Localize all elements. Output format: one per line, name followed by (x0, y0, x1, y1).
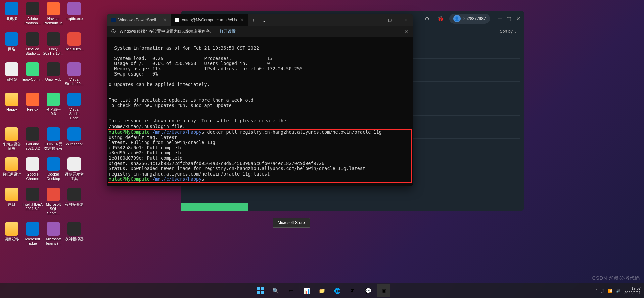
app-icon (26, 93, 39, 106)
app-button[interactable]: 💬 (362, 284, 375, 297)
desktop-icon[interactable]: IntelliJ IDEA 2021.3.1 (22, 188, 43, 215)
desktop-icon[interactable]: Navicat Premium 15 (43, 2, 64, 26)
desktop-icon[interactable]: GoLand 2021.3.2 (22, 127, 43, 151)
network-icon[interactable]: 📶 (608, 289, 613, 293)
app-icon (47, 127, 60, 141)
widgets-button[interactable]: 📊 (300, 284, 313, 297)
desktop-icon[interactable]: 回收站 (1, 62, 22, 86)
desktop-icon[interactable]: EasyConn... (22, 62, 43, 86)
desktop-icon[interactable]: 分区助手 9.6 (43, 93, 64, 120)
desktop-icon[interactable]: Microsoft Teams (... (43, 222, 64, 246)
app-icon (67, 62, 81, 76)
icon-label: 数据库设计 (3, 172, 21, 177)
desktop-icon[interactable]: Unity Hub (43, 62, 64, 86)
icon-label: Microsoft Edge (22, 237, 43, 246)
desktop-icon[interactable]: 微信开发者工具 (64, 157, 85, 181)
highlighted-command-block: xutao@MyCompute:/mnt/c/Users/Happy$ dock… (108, 129, 412, 182)
icon-label: Happy (6, 107, 17, 112)
maximize-icon[interactable]: ▢ (506, 16, 511, 22)
dismiss-info-icon[interactable]: ✕ (404, 29, 408, 35)
desktop-icon[interactable]: Adobe Photosh... (22, 2, 43, 26)
desktop-icon[interactable]: Microsoft Edge (22, 222, 43, 246)
desktop-icon[interactable]: DevEco Studio ... (22, 32, 43, 56)
desktop-icon[interactable]: Microsoft SQL Serve... (43, 188, 64, 215)
clock[interactable]: 19:57 2022/2/21 (624, 286, 641, 295)
icon-label: Docker Desktop (43, 172, 63, 181)
task-view-button[interactable]: ▭ (284, 284, 298, 297)
user-pill[interactable]: 👤 2528877987 (449, 14, 490, 24)
svg-rect-2 (257, 291, 260, 294)
desktop-icon[interactable]: Docker Desktop (43, 157, 64, 181)
app-icon (67, 93, 81, 106)
tab-label: xutao@MyCompute: /mnt/c/Us (182, 18, 237, 22)
icon-label: 回收站 (6, 77, 17, 82)
desktop-icon[interactable]: Unity 2021.2.10f... (43, 32, 64, 56)
icon-label: Navicat Premium 15 (43, 17, 63, 26)
icon-label: Google Chrome (22, 172, 43, 181)
start-button[interactable] (254, 284, 267, 297)
app-icon (26, 62, 39, 76)
system-tray[interactable]: ˄ 拼 📶 🔊 19:57 2022/2/21 (596, 286, 641, 295)
tab-wsl[interactable]: xutao@MyCompute: /mnt/c/Us ✕ (171, 14, 248, 26)
desktop-icon[interactable]: Google Chrome (22, 157, 43, 181)
desktop-icon[interactable]: mqttfx.exe (64, 2, 85, 26)
tab-powershell[interactable]: Windows PowerShell ✕ (107, 14, 171, 26)
desktop-icon[interactable]: 网络 (1, 32, 22, 56)
desktop-icon[interactable]: CHINER元数建模.exe (43, 127, 64, 151)
desktop-icon[interactable]: 夜神模拟器 (64, 222, 85, 246)
new-tab-button[interactable]: ＋ (248, 14, 259, 26)
desktop-icon[interactable]: Wireshark (64, 127, 85, 151)
desktop-icon[interactable]: Visual Studio 20... (64, 62, 85, 86)
app-icon (26, 2, 39, 15)
app-icon (47, 188, 60, 201)
terminal-taskbar-button[interactable]: ▣ (377, 284, 390, 297)
tux-icon (175, 18, 179, 22)
gear-icon[interactable]: ⚙ (422, 14, 432, 23)
app-icon (5, 222, 18, 236)
icon-label: RedisDes... (65, 47, 84, 51)
close-tab-icon[interactable]: ✕ (240, 17, 244, 23)
close-button[interactable]: ✕ (398, 14, 413, 26)
maximize-button[interactable]: ▢ (382, 14, 398, 26)
info-icon: ⓘ (111, 29, 116, 34)
app-icon (67, 157, 81, 171)
tab-label: Windows PowerShell (118, 18, 156, 22)
store-button[interactable]: 🛍 (346, 284, 360, 297)
desktop-icon[interactable]: 题目 (1, 188, 22, 215)
icon-label: 此电脑 (6, 17, 17, 21)
tab-dropdown[interactable]: ⌄ (259, 14, 269, 26)
desktop-icon[interactable]: 华为云设备证书 (1, 127, 22, 151)
app-icon (26, 188, 39, 201)
tray-chevron-icon[interactable]: ˄ (596, 289, 598, 293)
terminal-output[interactable]: System information as of Mon Feb 21 10:3… (107, 37, 413, 186)
desktop-icon[interactable]: Firefox (22, 93, 43, 120)
close-tab-icon[interactable]: ✕ (163, 17, 167, 23)
explorer-button[interactable]: 📁 (315, 284, 329, 297)
user-id: 2528877987 (463, 16, 486, 21)
input-method-icon[interactable]: 拼 (601, 288, 605, 293)
app-icon (26, 157, 39, 171)
icon-label: Adobe Photosh... (22, 17, 43, 26)
minimize-icon[interactable]: ─ (498, 16, 502, 22)
volume-icon[interactable]: 🔊 (616, 289, 621, 293)
desktop-icon[interactable]: 夜神多开器 (64, 188, 85, 215)
desktop-icon[interactable]: 项目迁移 (1, 222, 22, 246)
close-icon[interactable]: ✕ (516, 16, 520, 22)
minimize-button[interactable]: ─ (367, 14, 382, 26)
desktop-icon[interactable]: 此电脑 (1, 2, 22, 26)
desktop-icon[interactable]: RedisDes... (64, 32, 85, 56)
app-icon (47, 222, 60, 236)
search-button[interactable]: 🔍 (269, 284, 282, 297)
desktop-icon[interactable]: Visual Studio Code (64, 93, 85, 120)
svg-rect-3 (261, 291, 264, 294)
icon-label: Firefox (27, 107, 38, 112)
desktop-icon[interactable]: Happy (1, 93, 22, 120)
bug-icon[interactable]: 🐞 (436, 14, 445, 23)
edge-button[interactable]: 🌐 (331, 284, 344, 297)
icon-label: Visual Studio Code (64, 107, 84, 120)
taskbar-tooltip: Microsoft Store (273, 218, 310, 228)
app-icon (67, 32, 81, 46)
icon-label: 项目迁移 (4, 237, 19, 241)
desktop-icon[interactable]: 数据库设计 (1, 157, 22, 181)
open-settings-link[interactable]: 打开设置 (220, 29, 236, 34)
